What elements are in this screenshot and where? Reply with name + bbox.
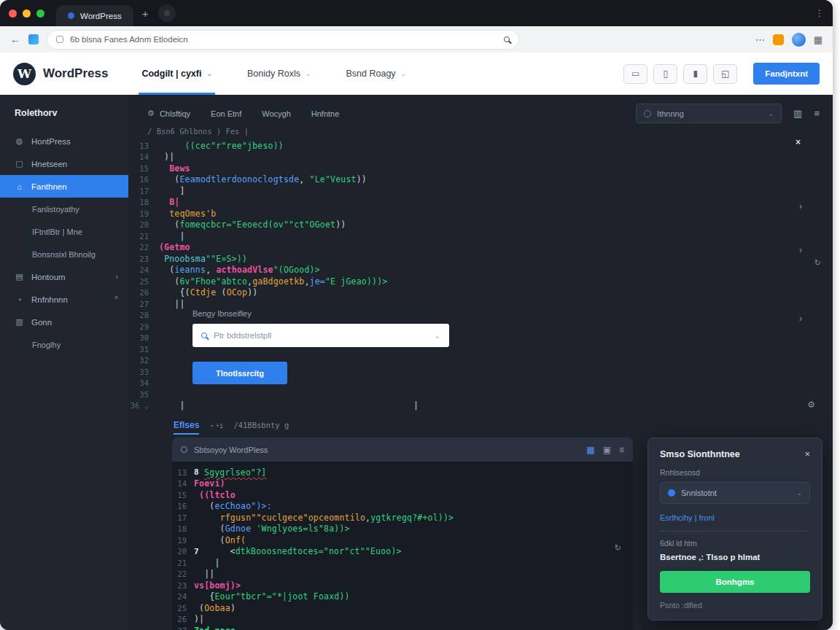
code-line[interactable]: 138Sgygrlseo"?] [172, 467, 633, 478]
sidebar-item[interactable]: Fnoglhy [0, 333, 128, 356]
nav-item[interactable]: Codgilt | cyxfi⌄ [141, 52, 212, 95]
code-line[interactable]: 16 (ecChoao")>: [172, 501, 633, 513]
code-line[interactable]: 19 teqOmes'b [128, 208, 833, 219]
wordpress-logo[interactable]: W [13, 63, 36, 85]
code-line[interactable]: 19 (Onf( [172, 534, 633, 546]
desktop-preview-icon[interactable]: ▭ [623, 64, 648, 84]
profile-avatar[interactable] [792, 33, 806, 47]
nav-item[interactable]: Bonidy Roxls⌄ [247, 52, 311, 95]
modal-link[interactable]: Esrlhcihy | fronl [660, 513, 810, 522]
code-line[interactable]: 24 (ieanns, acthoadVlse"(OGood)> [128, 265, 833, 276]
sidebar-item[interactable]: ▤Hontoum› [0, 265, 128, 288]
sidebar-item[interactable]: ◍HontPress [0, 130, 128, 152]
code-line[interactable]: 36 ⌄ | | [128, 400, 833, 412]
code-line[interactable]: 15 Bews [128, 163, 833, 174]
extension-icon[interactable] [773, 34, 784, 45]
code-line[interactable]: 15 ((ltclo [172, 489, 633, 501]
code-line[interactable]: 26)| [172, 614, 633, 626]
editor-toolbar-item[interactable]: ⚙Chlsftiqy [147, 109, 190, 118]
expand-chevron-icon[interactable]: › [799, 245, 802, 255]
refresh-icon[interactable]: ↻ [615, 543, 621, 553]
terminal-status-icon [181, 446, 187, 453]
back-icon[interactable]: ← [10, 34, 20, 45]
code-line[interactable]: 25 (Oobaa) [172, 602, 633, 614]
refresh-icon[interactable]: ↻ [814, 258, 821, 268]
browser-menu-icon[interactable]: ⋮ [815, 8, 824, 18]
sidebar-item[interactable]: ◔Rnfnhnnn^ [0, 288, 128, 311]
terminal-code[interactable]: 138Sgygrlseo"?]14Foevi)15 ((ltclo16 (ecC… [172, 462, 633, 630]
code-line[interactable]: 27Znd noce [172, 625, 633, 630]
publish-button[interactable]: Fandjntxnt [753, 63, 820, 85]
terminal-menu-icon[interactable]: ≡ [619, 445, 624, 455]
sidebar-item[interactable]: IFtntlBtr | Mne [0, 220, 128, 243]
address-bar[interactable]: 6b blsna Fanes Adnm Etlodeicn [47, 30, 519, 50]
expand-chevron-icon[interactable]: › [799, 201, 802, 211]
wordpress-icon: ◍ [15, 136, 24, 146]
code-line[interactable]: 20 (fomeqcbcr="Eeoecd(ov""ct"OGoet)) [128, 219, 833, 231]
fullscreen-icon[interactable]: ◱ [713, 64, 737, 84]
code-line[interactable]: 14Foevi) [172, 478, 633, 490]
expand-chevron-icon[interactable]: › [799, 314, 802, 324]
mobile-preview-icon[interactable]: ▮ [683, 64, 707, 84]
layout-grid-icon[interactable]: ▦ [586, 445, 594, 455]
code-line[interactable]: 27 || [128, 298, 833, 310]
sidebar-item[interactable]: ▢Hnetseen [0, 152, 128, 175]
code-line[interactable]: 35 [128, 389, 833, 400]
code-line[interactable]: 26 {(Ctdje (OCop)) [128, 287, 833, 299]
code-line[interactable]: 23vs[bomj)> [172, 580, 633, 591]
split-view-icon[interactable]: ▥ [793, 108, 802, 119]
browser-toolbar: ← 6b blsna Fanes Adnm Etlodeicn ⋯ ▦ [0, 26, 833, 52]
code-line[interactable]: 24 {Eour"tbcr"="*|joot Foaxd)) [172, 591, 633, 603]
code-line[interactable]: 14 )| [128, 152, 833, 163]
window-maximize-button[interactable] [36, 9, 44, 18]
widget-search-input[interactable] [214, 331, 428, 340]
apps-grid-icon[interactable]: ▦ [814, 34, 822, 45]
code-line[interactable]: 207 <dtkBooosnedtoces="nor"ct""Euoo)> [172, 546, 633, 558]
mode-select[interactable]: Ithnnng ⌄ [636, 104, 782, 123]
pages-icon: ▢ [15, 159, 24, 168]
window-minimize-button[interactable] [23, 9, 31, 18]
sidebar-item[interactable]: Fanlistoyathy [0, 198, 128, 220]
code-line[interactable]: 21 | [172, 557, 633, 569]
tab-dot-icon [164, 10, 170, 16]
code-line[interactable]: 23 Pnoobsma""E»S>)) [128, 253, 833, 265]
code-line[interactable]: 25 (6v"Fhoe"abtco,gaBdgoetkb,je="E jGeao… [128, 276, 833, 287]
site-info-icon[interactable] [56, 36, 63, 43]
sidebar-item[interactable]: ▥Gonn [0, 311, 128, 333]
editor-toolbar-item[interactable]: Eon Etnf [211, 109, 241, 118]
browser-tab[interactable]: WordPress [56, 5, 133, 26]
code-line[interactable]: 13 ((cec"r"ree"jbeso)) [128, 140, 833, 152]
new-tab-button[interactable]: + [142, 7, 149, 20]
frame-icon[interactable]: ▣ [603, 445, 611, 455]
editor-toolbar-item[interactable]: Wocygh [262, 109, 291, 118]
window-close-button[interactable] [9, 9, 17, 18]
code-line[interactable]: 18 B| [128, 197, 833, 209]
editor-toolbar-item[interactable]: Hnfntne [311, 109, 340, 118]
code-line[interactable]: 16 (Eeamodtlerdoonoclogtsde, "Le"Veust)) [128, 174, 833, 186]
code-line[interactable]: 21 | [128, 230, 833, 242]
secondary-tab[interactable] [158, 4, 176, 22]
code-line[interactable]: 17 rfgusn""cuclgece"opceomntilo,ygtkregq… [172, 512, 633, 524]
confirm-button[interactable]: Bonhgms [660, 571, 810, 593]
modal-select[interactable]: Snnlstotnt ⌄ [660, 482, 810, 504]
close-icon[interactable]: × [804, 448, 810, 459]
bookmark-icon[interactable] [28, 34, 39, 44]
tablet-preview-icon[interactable]: ▯ [653, 64, 677, 84]
code-line[interactable]: 22(Getmo [128, 242, 833, 254]
browser-window: WordPress + ⋮ ← 6b blsna Fanes Adnm Etlo… [0, 0, 833, 630]
sidebar-item[interactable]: ⌂Fanthnen [0, 175, 128, 198]
terminal-title: Sbtsoyoy WordPless [194, 446, 268, 454]
widget-search[interactable]: ⌄ [192, 324, 449, 347]
tab-files[interactable]: Eflses [174, 420, 199, 435]
nav-item[interactable]: Bsnd Roagy⌄ [346, 52, 406, 95]
gear-icon[interactable]: ⚙ [807, 400, 815, 410]
close-icon[interactable]: × [796, 137, 801, 147]
widget-submit-button[interactable]: Tlnotlssrcitg [192, 362, 287, 384]
code-line[interactable]: 22 || [172, 569, 633, 580]
editor-menu-icon[interactable]: ≡ [814, 108, 820, 119]
code-line[interactable]: 18 (Gdnoe 'Wnglyoes=ls"8a))> [172, 524, 633, 535]
toolbar-more-icon[interactable]: ⋯ [755, 34, 765, 45]
search-icon[interactable] [504, 36, 510, 42]
sidebar-item[interactable]: Bonsnsixl Bhnoilg [0, 243, 128, 265]
code-line[interactable]: 17 ] [128, 185, 833, 197]
